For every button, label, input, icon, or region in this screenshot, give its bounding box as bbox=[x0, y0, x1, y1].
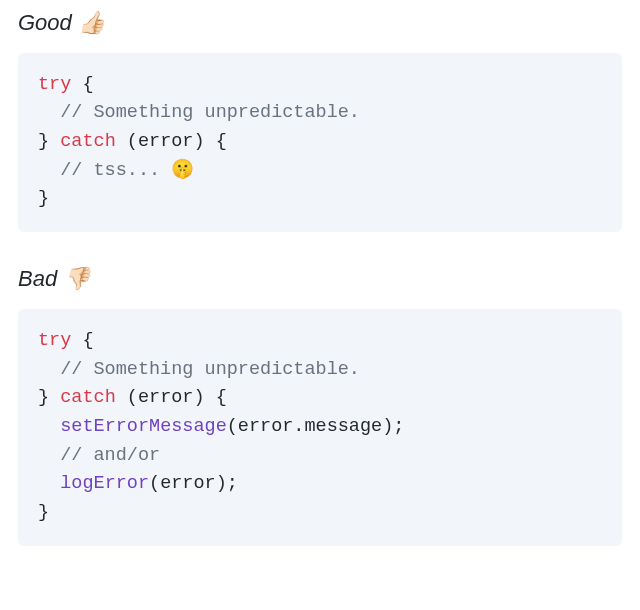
brace-close: } bbox=[38, 387, 60, 408]
comment-line: // and/or bbox=[38, 445, 160, 466]
page: Good 👍🏻 try { // Something unpredictable… bbox=[0, 0, 640, 566]
brace-close: } bbox=[38, 188, 49, 209]
section-gap bbox=[18, 232, 622, 258]
good-code-block: try { // Something unpredictable. } catc… bbox=[18, 53, 622, 232]
comment-line: // tss... 🤫 bbox=[38, 160, 194, 181]
keyword-try: try bbox=[38, 330, 71, 351]
fn-args: (error); bbox=[149, 473, 238, 494]
keyword-catch: catch bbox=[60, 387, 116, 408]
bad-heading: Bad 👎🏻 bbox=[18, 264, 622, 295]
catch-args: (error) { bbox=[116, 131, 227, 152]
fn-setErrorMessage: setErrorMessage bbox=[60, 416, 227, 437]
comment-line: // Something unpredictable. bbox=[38, 359, 360, 380]
comment-line: // Something unpredictable. bbox=[38, 102, 360, 123]
keyword-catch: catch bbox=[60, 131, 116, 152]
brace-close: } bbox=[38, 131, 60, 152]
good-heading: Good 👍🏻 bbox=[18, 8, 622, 39]
brace-close: } bbox=[38, 502, 49, 523]
catch-args: (error) { bbox=[116, 387, 227, 408]
bad-code-block: try { // Something unpredictable. } catc… bbox=[18, 309, 622, 546]
brace-open: { bbox=[71, 330, 93, 351]
brace-open: { bbox=[71, 74, 93, 95]
indent bbox=[38, 473, 60, 494]
indent bbox=[38, 416, 60, 437]
keyword-try: try bbox=[38, 74, 71, 95]
fn-logError: logError bbox=[60, 473, 149, 494]
fn-args: (error.message); bbox=[227, 416, 405, 437]
